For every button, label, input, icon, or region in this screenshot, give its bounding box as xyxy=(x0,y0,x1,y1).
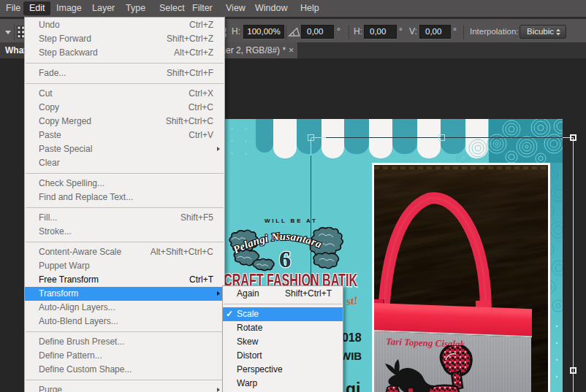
svg-text:6: 6 xyxy=(279,246,291,272)
